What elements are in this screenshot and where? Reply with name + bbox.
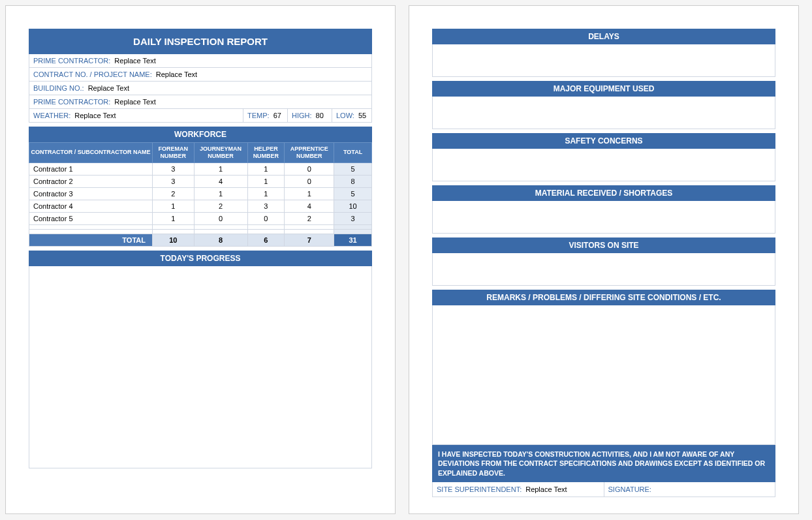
cell-total[interactable] [334,224,372,229]
table-row: Contractor 4123410 [29,200,372,212]
temp-label: TEMP: [247,112,270,119]
visitors-body[interactable] [432,253,775,286]
weather-value[interactable]: Replace Text [74,112,116,119]
cell-total[interactable]: 10 [334,200,372,212]
signature-row: SITE SUPERINTENDENT: Replace Text SIGNAT… [432,482,775,497]
cell-journeyman[interactable]: 1 [194,187,247,200]
low-value[interactable]: 55 [358,112,366,119]
totals-apprentice: 7 [285,234,334,246]
super-value[interactable]: Replace Text [525,485,567,493]
cell-name[interactable]: Contractor 3 [29,187,153,200]
visitors-header: VISITORS ON SITE [432,237,775,253]
signature-label: SIGNATURE: [608,485,651,494]
high-value[interactable]: 80 [316,112,324,119]
cell-apprentice[interactable]: 0 [285,175,334,187]
super-label: SITE SUPERINTENDENT: [437,485,522,494]
cell-name[interactable]: Contractor 5 [29,212,153,224]
totals-grand: 31 [334,234,372,246]
cell-helper[interactable] [247,229,285,234]
cell-foreman[interactable] [153,229,195,234]
cell-journeyman[interactable]: 2 [194,200,247,212]
cell-helper[interactable]: 0 [247,212,285,224]
table-row: Contractor 321115 [29,187,372,200]
label: PRIME CONTRACTOR: [33,57,110,65]
equipment-header: MAJOR EQUIPMENT USED [432,81,775,97]
cell-foreman[interactable]: 1 [153,212,195,224]
equipment-body[interactable] [432,97,775,129]
cell-total[interactable]: 3 [334,212,372,224]
cell-apprentice[interactable]: 2 [285,212,334,224]
remarks-header: REMARKS / PROBLEMS / DIFFERING SITE COND… [432,290,775,305]
table-row: Contractor 510023 [29,212,372,224]
table-row [29,224,372,229]
label: CONTRACT NO. / PROJECT NAME: [33,70,152,78]
workforce-totals-row: TOTAL 10 8 6 7 31 [29,234,372,246]
certification-statement: I HAVE INSPECTED TODAY'S CONSTRUCTION AC… [432,445,775,482]
label: PRIME CONTRACTOR: [33,98,110,106]
col-apprentice: APPRENTICE NUMBER [285,143,334,163]
cell-foreman[interactable]: 2 [153,187,195,200]
cell-apprentice[interactable] [285,229,334,234]
page-2: DELAYS MAJOR EQUIPMENT USED SAFETY CONCE… [409,5,799,514]
cell-helper[interactable]: 3 [247,200,285,212]
remarks-body[interactable] [432,305,775,445]
cell-foreman[interactable]: 3 [153,175,195,187]
cell-helper[interactable]: 1 [247,175,285,187]
cell-apprentice[interactable]: 4 [285,200,334,212]
cell-total[interactable]: 5 [334,162,372,175]
temp-value[interactable]: 67 [273,112,281,119]
value[interactable]: Replace Text [114,57,155,65]
totals-label: TOTAL [29,234,153,246]
table-row: Contractor 131105 [29,162,372,175]
workforce-header: WORKFORCE [29,127,372,142]
delays-body[interactable] [432,44,775,77]
cell-foreman[interactable]: 1 [153,200,195,212]
totals-foreman: 10 [153,234,195,246]
delays-header: DELAYS [432,29,775,44]
cell-total[interactable]: 5 [334,187,372,200]
cell-name[interactable]: Contractor 1 [29,162,153,175]
cell-journeyman[interactable]: 4 [194,175,247,187]
value[interactable]: Replace Text [88,84,129,92]
col-total: TOTAL [334,143,372,163]
cell-helper[interactable] [247,224,285,229]
page-1: DAILY INSPECTION REPORT PRIME CONTRACTOR… [5,5,396,514]
table-row [29,229,372,234]
totals-journeyman: 8 [194,234,247,246]
cell-foreman[interactable] [153,224,195,229]
cell-foreman[interactable]: 3 [153,162,195,175]
cell-total[interactable]: 8 [334,175,372,187]
low-label: LOW: [336,112,354,119]
cell-name[interactable] [29,229,153,234]
cell-helper[interactable]: 1 [247,187,285,200]
cell-apprentice[interactable]: 1 [285,187,334,200]
col-name: CONTRACTOR / SUBCONTRACTOR NAME [29,143,153,163]
workforce-header-row: CONTRACTOR / SUBCONTRACTOR NAME FOREMAN … [29,143,372,163]
cell-name[interactable] [29,224,153,229]
high-label: HIGH: [292,112,312,119]
cell-journeyman[interactable] [194,224,247,229]
material-body[interactable] [432,201,775,234]
cell-journeyman[interactable]: 1 [194,162,247,175]
cell-total[interactable] [334,229,372,234]
cell-apprentice[interactable] [285,224,334,229]
totals-helper: 6 [247,234,285,246]
value[interactable]: Replace Text [114,98,155,106]
cell-apprentice[interactable]: 0 [285,162,334,175]
col-helper: HELPER NUMBER [247,143,285,163]
cell-helper[interactable]: 1 [247,162,285,175]
cell-name[interactable]: Contractor 4 [29,200,153,212]
field-building: BUILDING NO.: Replace Text [29,82,372,95]
value[interactable]: Replace Text [156,70,197,78]
progress-body[interactable] [29,266,372,468]
field-contract: CONTRACT NO. / PROJECT NAME: Replace Tex… [29,68,372,82]
field-prime-contractor: PRIME CONTRACTOR: Replace Text [29,54,372,68]
safety-body[interactable] [432,149,775,181]
cell-journeyman[interactable]: 0 [194,212,247,224]
cell-journeyman[interactable] [194,229,247,234]
cell-name[interactable]: Contractor 2 [29,175,153,187]
label: BUILDING NO.: [33,84,84,92]
workforce-table: CONTRACTOR / SUBCONTRACTOR NAME FOREMAN … [29,142,372,247]
table-row: Contractor 234108 [29,175,372,187]
weather-label: WEATHER: [33,112,70,119]
